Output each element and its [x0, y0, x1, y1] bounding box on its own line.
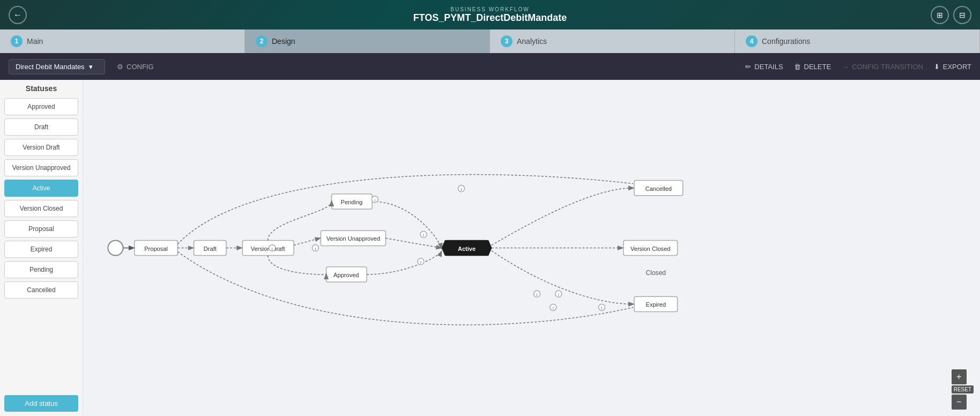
workflow-dropdown[interactable]: Direct Debit Mandates ▾	[9, 59, 105, 75]
status-version-draft[interactable]: Version Draft	[4, 139, 78, 156]
export-label: EXPORT	[943, 63, 971, 71]
node-version-closed-label: Version Closed	[630, 246, 671, 252]
toolbar-actions: ✏ DETAILS 🗑 DELETE → CONFIG TRANSITION ⬇…	[745, 63, 971, 71]
status-proposal[interactable]: Proposal	[4, 220, 78, 237]
details-label: DETAILS	[754, 63, 783, 71]
bookmark-icon-button[interactable]: ⊟	[953, 6, 971, 24]
config-transition-label: CONFIG TRANSITION	[852, 63, 923, 71]
zoom-out-button[interactable]: −	[952, 395, 967, 410]
tab-label-configurations: Configurations	[762, 37, 810, 46]
config-transition-button[interactable]: → CONFIG TRANSITION	[842, 63, 923, 71]
tab-main[interactable]: 1 Main	[0, 29, 245, 53]
export-button[interactable]: ⬇ EXPORT	[934, 63, 971, 71]
diagram-area: Proposal Draft Version Draft Pending Ver…	[83, 80, 980, 416]
status-active[interactable]: Active	[4, 180, 78, 197]
tab-num-4: 4	[746, 35, 758, 47]
reset-label: RESET	[952, 385, 974, 393]
info-icon-1: i	[272, 247, 273, 251]
gear-icon: ⚙	[117, 63, 123, 71]
info-icon-8: i	[553, 306, 554, 310]
status-draft[interactable]: Draft	[4, 118, 78, 136]
start-node	[108, 240, 123, 255]
info-icon-5: i	[374, 198, 375, 203]
tab-configurations[interactable]: 4 Configurations	[735, 29, 980, 53]
header-subtitle: BUSINESS WORKFLOW	[413, 6, 567, 12]
layout-icon-button[interactable]: ⊞	[931, 6, 949, 24]
node-cancelled-label: Cancelled	[645, 185, 672, 192]
info-icon-10: i	[558, 292, 559, 297]
node-expired-label: Expired	[646, 301, 666, 308]
status-version-closed[interactable]: Version Closed	[4, 200, 78, 217]
node-active-label: Active	[458, 246, 476, 252]
add-status-button[interactable]: Add status	[4, 395, 78, 412]
tab-analytics[interactable]: 3 Analytics	[490, 29, 735, 53]
export-icon: ⬇	[934, 63, 940, 71]
dropdown-arrow-icon: ▾	[89, 63, 93, 71]
info-icon-2: i	[315, 247, 316, 251]
zoom-in-button[interactable]: +	[952, 369, 967, 384]
info-icon-9: i	[602, 306, 603, 310]
delete-label: DELETE	[804, 63, 831, 71]
dropdown-value: Direct Debit Mandates	[16, 63, 85, 71]
info-icon-4: i	[420, 260, 421, 265]
tab-label-analytics: Analytics	[517, 37, 547, 46]
info-icon-6: i	[461, 187, 462, 192]
info-icon-3: i	[423, 233, 424, 237]
node-pending-label: Pending	[341, 199, 363, 205]
details-button[interactable]: ✏ DETAILS	[745, 63, 783, 71]
node-proposal-label: Proposal	[144, 246, 168, 252]
tabs-bar: 1 Main 2 Design 3 Analytics 4 Configurat…	[0, 29, 980, 53]
status-approved[interactable]: Approved	[4, 98, 78, 115]
sidebar: Statuses Approved Draft Version Draft Ve…	[0, 80, 83, 416]
header-title-block: BUSINESS WORKFLOW FTOS_PYMT_DirectDebitM…	[413, 6, 567, 24]
node-approved-label: Approved	[333, 272, 359, 278]
tab-num-3: 3	[501, 35, 513, 47]
tab-label-main: Main	[27, 37, 43, 46]
node-version-draft-label: Version Draft	[251, 246, 285, 252]
node-version-unapproved-label: Version Unapproved	[326, 235, 380, 242]
arrow-icon: →	[842, 63, 849, 71]
trash-icon: 🗑	[794, 63, 801, 71]
tab-design[interactable]: 2 Design	[245, 29, 490, 53]
tab-num-1: 1	[11, 35, 23, 47]
status-version-unapproved[interactable]: Version Unapproved	[4, 159, 78, 176]
header-title: FTOS_PYMT_DirectDebitMandate	[413, 12, 567, 24]
header: ← BUSINESS WORKFLOW FTOS_PYMT_DirectDebi…	[0, 0, 980, 29]
info-icon-7: i	[537, 292, 538, 297]
sidebar-heading: Statuses	[4, 84, 78, 93]
svg-line-4	[294, 238, 320, 245]
svg-line-5	[385, 238, 441, 248]
toolbar: Direct Debit Mandates ▾ ⚙ CONFIG ✏ DETAI…	[0, 53, 980, 80]
workflow-diagram[interactable]: Proposal Draft Version Draft Pending Ver…	[83, 80, 980, 416]
delete-button[interactable]: 🗑 DELETE	[794, 63, 831, 71]
status-pending[interactable]: Pending	[4, 261, 78, 278]
back-button[interactable]: ←	[9, 6, 27, 24]
closed-label: Closed	[645, 269, 666, 277]
status-cancelled[interactable]: Cancelled	[4, 281, 78, 299]
main-content: Statuses Approved Draft Version Draft Ve…	[0, 80, 980, 416]
zoom-controls: + RESET −	[952, 369, 974, 410]
tab-num-2: 2	[256, 35, 268, 47]
tab-label-design: Design	[272, 37, 295, 46]
config-button[interactable]: ⚙ CONFIG	[112, 60, 159, 74]
pencil-icon: ✏	[745, 63, 751, 71]
header-icons: ⊞ ⊟	[931, 6, 971, 24]
config-label: CONFIG	[127, 63, 154, 71]
node-draft-label: Draft	[204, 246, 217, 252]
status-expired[interactable]: Expired	[4, 241, 78, 258]
